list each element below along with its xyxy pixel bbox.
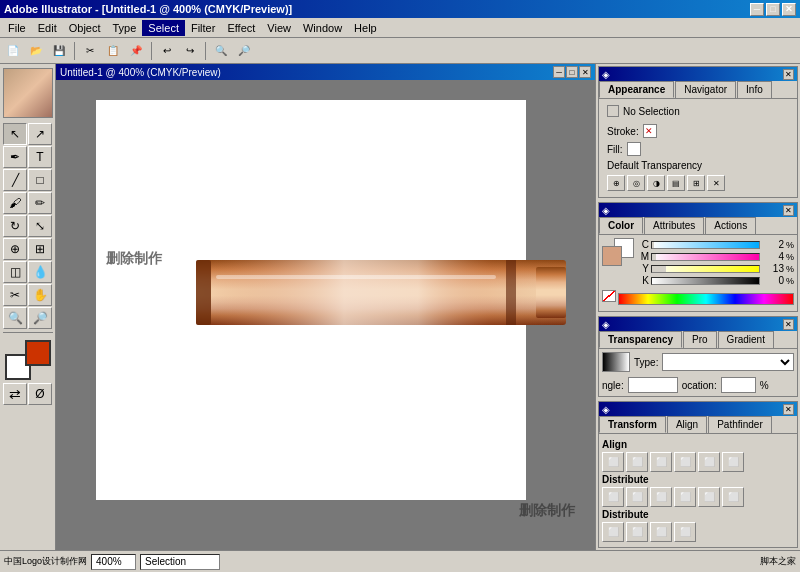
menu-type[interactable]: Type bbox=[107, 20, 143, 36]
mesh-tool[interactable]: ⊞ bbox=[28, 238, 52, 260]
tab-gradient[interactable]: Gradient bbox=[718, 331, 774, 348]
location-input[interactable] bbox=[721, 377, 756, 393]
tab-pathfinder[interactable]: Pathfinder bbox=[708, 416, 772, 433]
zoom-field[interactable]: 400% bbox=[91, 554, 136, 570]
doc-maximize[interactable]: □ bbox=[566, 66, 578, 78]
transform-panel-close[interactable]: ✕ bbox=[783, 404, 794, 415]
tab-transform[interactable]: Transform bbox=[599, 416, 666, 433]
menu-effect[interactable]: Effect bbox=[221, 20, 261, 36]
appearance-icon-5[interactable]: ⊞ bbox=[687, 175, 705, 191]
k-slider[interactable] bbox=[651, 277, 760, 285]
tab-actions[interactable]: Actions bbox=[705, 217, 756, 234]
doc-title-controls[interactable]: ─ □ ✕ bbox=[553, 66, 591, 78]
type-tool[interactable]: T bbox=[28, 146, 52, 168]
menu-edit[interactable]: Edit bbox=[32, 20, 63, 36]
stroke-swatch[interactable]: ✕ bbox=[643, 124, 657, 138]
tab-transparency[interactable]: Transparency bbox=[599, 331, 682, 348]
menu-file[interactable]: File bbox=[2, 20, 32, 36]
title-bar-controls[interactable]: ─ □ ✕ bbox=[750, 3, 796, 16]
maximize-button[interactable]: □ bbox=[766, 3, 780, 16]
y-slider[interactable] bbox=[651, 265, 760, 273]
selection-tool[interactable]: ↖ bbox=[3, 123, 27, 145]
align-right[interactable]: ⬜ bbox=[650, 452, 672, 472]
fill-swatch[interactable] bbox=[627, 142, 641, 156]
appearance-icon-6[interactable]: ✕ bbox=[707, 175, 725, 191]
redo-button[interactable]: ↪ bbox=[179, 41, 201, 61]
scale-tool[interactable]: ⤡ bbox=[28, 215, 52, 237]
line-tool[interactable]: ╱ bbox=[3, 169, 27, 191]
zoom-in-button[interactable]: 🔍 bbox=[210, 41, 232, 61]
dist-center-h[interactable]: ⬜ bbox=[626, 487, 648, 507]
cut-button[interactable]: ✂ bbox=[79, 41, 101, 61]
align-top[interactable]: ⬜ bbox=[674, 452, 696, 472]
fg-swatch-mini[interactable] bbox=[602, 246, 622, 266]
dist-bottom[interactable]: ⬜ bbox=[722, 487, 744, 507]
minimize-button[interactable]: ─ bbox=[750, 3, 764, 16]
copper-object[interactable] bbox=[196, 255, 566, 330]
tab-align[interactable]: Align bbox=[667, 416, 707, 433]
new-button[interactable]: 📄 bbox=[2, 41, 24, 61]
direct-select-tool[interactable]: ↗ bbox=[28, 123, 52, 145]
save-button[interactable]: 💾 bbox=[48, 41, 70, 61]
doc-minimize[interactable]: ─ bbox=[553, 66, 565, 78]
pencil-tool[interactable]: ✏ bbox=[28, 192, 52, 214]
tab-appearance[interactable]: Appearance bbox=[599, 81, 674, 98]
none-swatch[interactable] bbox=[602, 290, 616, 302]
copy-button[interactable]: 📋 bbox=[102, 41, 124, 61]
angle-input[interactable] bbox=[628, 377, 678, 393]
dist-left[interactable]: ⬜ bbox=[602, 487, 624, 507]
appearance-panel-close[interactable]: ✕ bbox=[783, 69, 794, 80]
color-panel-close[interactable]: ✕ bbox=[783, 205, 794, 216]
menu-object[interactable]: Object bbox=[63, 20, 107, 36]
tab-navigator[interactable]: Navigator bbox=[675, 81, 736, 98]
tab-info[interactable]: Info bbox=[737, 81, 772, 98]
tab-pro[interactable]: Pro bbox=[683, 331, 717, 348]
appearance-icon-3[interactable]: ◑ bbox=[647, 175, 665, 191]
dist-right[interactable]: ⬜ bbox=[650, 487, 672, 507]
foreground-color[interactable] bbox=[25, 340, 51, 366]
menu-select[interactable]: Select bbox=[142, 20, 185, 36]
appearance-icon-4[interactable]: ▤ bbox=[667, 175, 685, 191]
align-center-h[interactable]: ⬜ bbox=[626, 452, 648, 472]
color-spectrum[interactable] bbox=[618, 293, 794, 305]
zoom-tool[interactable]: 🔍 bbox=[3, 307, 27, 329]
eyedropper-tool[interactable]: 💧 bbox=[28, 261, 52, 283]
c-slider[interactable] bbox=[651, 241, 760, 249]
menu-filter[interactable]: Filter bbox=[185, 20, 221, 36]
align-left[interactable]: ⬜ bbox=[602, 452, 624, 472]
transparency-panel-close[interactable]: ✕ bbox=[783, 319, 794, 330]
align-center-v[interactable]: ⬜ bbox=[698, 452, 720, 472]
paintbrush-tool[interactable]: 🖌 bbox=[3, 192, 27, 214]
tab-attributes[interactable]: Attributes bbox=[644, 217, 704, 234]
none-color[interactable]: Ø bbox=[28, 383, 52, 405]
zoom-out-tool[interactable]: 🔎 bbox=[28, 307, 52, 329]
rect-tool[interactable]: □ bbox=[28, 169, 52, 191]
appearance-icon-2[interactable]: ◎ bbox=[627, 175, 645, 191]
m-slider[interactable] bbox=[651, 253, 760, 261]
align-bottom[interactable]: ⬜ bbox=[722, 452, 744, 472]
type-dropdown[interactable] bbox=[662, 353, 794, 371]
zoom-out-button[interactable]: 🔎 bbox=[233, 41, 255, 61]
hand-tool[interactable]: ✋ bbox=[28, 284, 52, 306]
tab-color[interactable]: Color bbox=[599, 217, 643, 234]
dist-top[interactable]: ⬜ bbox=[674, 487, 696, 507]
blend-tool[interactable]: ⊕ bbox=[3, 238, 27, 260]
paste-button[interactable]: 📌 bbox=[125, 41, 147, 61]
dist-extra-2[interactable]: ⬜ bbox=[674, 522, 696, 542]
menu-view[interactable]: View bbox=[261, 20, 297, 36]
menu-help[interactable]: Help bbox=[348, 20, 383, 36]
open-button[interactable]: 📂 bbox=[25, 41, 47, 61]
rotate-tool[interactable]: ↻ bbox=[3, 215, 27, 237]
pen-tool[interactable]: ✒ bbox=[3, 146, 27, 168]
gradient-tool[interactable]: ◫ bbox=[3, 261, 27, 283]
dist-center-v[interactable]: ⬜ bbox=[698, 487, 720, 507]
appearance-icon-1[interactable]: ⊕ bbox=[607, 175, 625, 191]
scissors-tool[interactable]: ✂ bbox=[3, 284, 27, 306]
doc-close[interactable]: ✕ bbox=[579, 66, 591, 78]
appearance-panel-controls[interactable]: ✕ bbox=[783, 69, 794, 80]
menu-window[interactable]: Window bbox=[297, 20, 348, 36]
stroke-fill-swap[interactable]: ⇄ bbox=[3, 383, 27, 405]
dist-extra-1[interactable]: ⬜ bbox=[650, 522, 672, 542]
close-button[interactable]: ✕ bbox=[782, 3, 796, 16]
undo-button[interactable]: ↩ bbox=[156, 41, 178, 61]
